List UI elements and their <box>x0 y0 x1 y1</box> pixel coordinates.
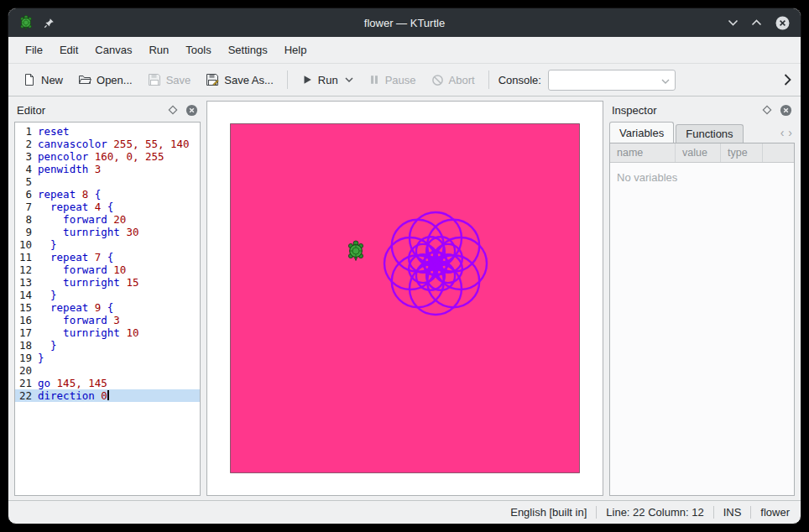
statusbar: English [built in]Line: 22 Column: 12INS… <box>8 500 801 524</box>
code-text: direction 0 <box>38 389 109 402</box>
pin-icon[interactable] <box>44 18 55 29</box>
tab-functions[interactable]: Functions <box>676 124 743 143</box>
code-text: penwidth 3 <box>38 163 101 175</box>
line-number: 11 <box>15 251 38 263</box>
flower-drawing <box>384 212 487 315</box>
code-line-12[interactable]: 12 forward 10 <box>15 263 200 276</box>
menu-item-canvas[interactable]: Canvas <box>86 37 140 63</box>
save-button[interactable]: Save <box>140 69 199 91</box>
new-button[interactable]: New <box>15 69 70 91</box>
pause-icon <box>368 74 380 86</box>
editor-close-icon[interactable] <box>185 104 198 117</box>
menu-item-run[interactable]: Run <box>140 37 177 63</box>
kturtle-window: flower — KTurtle FileEditCanvasRunToolsS… <box>8 8 801 524</box>
tab-variables[interactable]: Variables <box>609 122 674 143</box>
toolbar-separator <box>287 70 288 89</box>
code-line-18[interactable]: 18 } <box>15 339 200 352</box>
code-line-14[interactable]: 14 } <box>15 289 200 301</box>
status-cursor-position: Line: 22 Column: 12 <box>606 506 703 519</box>
open-button[interactable]: Open... <box>70 69 140 91</box>
line-number: 17 <box>15 326 38 339</box>
code-line-16[interactable]: 16 forward 3 <box>15 314 200 326</box>
code-line-19[interactable]: 19} <box>15 352 200 364</box>
menu-item-tools[interactable]: Tools <box>177 37 219 63</box>
maximize-icon[interactable] <box>751 19 762 26</box>
toolbar-separator <box>488 70 489 89</box>
line-number: 2 <box>15 138 38 150</box>
line-number: 15 <box>15 301 38 314</box>
code-line-20[interactable]: 20 <box>15 364 200 377</box>
close-icon[interactable] <box>775 15 791 31</box>
inspector-close-icon[interactable] <box>780 104 792 117</box>
titlebar: flower — KTurtle <box>8 8 801 37</box>
line-number: 4 <box>15 163 38 175</box>
inspector-dock-header: Inspector <box>609 101 795 119</box>
code-line-3[interactable]: 3pencolor 160, 0, 255 <box>15 150 200 163</box>
column-header-value: value <box>676 143 721 162</box>
code-text: pencolor 160, 0, 255 <box>38 150 164 163</box>
status-language: English [built in] <box>510 506 587 519</box>
code-line-5[interactable]: 5 <box>15 175 200 188</box>
code-line-15[interactable]: 15 repeat 9 { <box>15 301 200 314</box>
toolbar-overflow-chevron-icon[interactable] <box>781 74 794 86</box>
console-combobox[interactable] <box>548 70 676 91</box>
console-chevron-down-icon <box>661 72 670 87</box>
save-as-button[interactable]: Save As... <box>198 69 281 91</box>
editor-dock-header: Editor <box>14 101 201 119</box>
code-text: forward 3 <box>38 314 120 326</box>
open-folder-icon <box>78 73 91 86</box>
pause-button[interactable]: Pause <box>361 70 424 91</box>
code-text: repeat 9 { <box>38 301 113 314</box>
code-line-1[interactable]: 1reset <box>15 125 200 138</box>
code-text: go 145, 145 <box>38 377 107 389</box>
line-number: 10 <box>15 238 38 251</box>
column-header-type: type <box>721 143 763 162</box>
code-editor[interactable]: 1reset2canvascolor 255, 55, 1403pencolor… <box>14 122 201 496</box>
abort-button[interactable]: Abort <box>424 70 483 91</box>
pause-label: Pause <box>385 74 416 86</box>
code-line-8[interactable]: 8 forward 20 <box>15 213 200 226</box>
turtle-sprite <box>348 241 363 261</box>
code-line-7[interactable]: 7 repeat 4 { <box>15 201 200 213</box>
line-number: 19 <box>15 352 38 364</box>
code-line-10[interactable]: 10 } <box>15 238 200 251</box>
run-dropdown-chevron-icon[interactable] <box>345 77 353 82</box>
code-line-22[interactable]: 22direction 0 <box>15 389 200 402</box>
code-text: repeat 8 { <box>38 188 101 201</box>
inspector-float-icon[interactable] <box>762 105 772 115</box>
menu-item-edit[interactable]: Edit <box>51 37 86 63</box>
app-turtle-icon <box>18 15 34 30</box>
inspector-empty-message: No variables <box>610 163 794 192</box>
console-label: Console: <box>498 74 541 86</box>
editor-float-icon[interactable] <box>168 105 178 115</box>
code-line-21[interactable]: 21go 145, 145 <box>15 377 200 389</box>
menu-item-settings[interactable]: Settings <box>220 37 276 63</box>
line-number: 5 <box>15 175 38 188</box>
inspector-panel: namevaluetype No variables <box>609 143 795 496</box>
column-header-name: name <box>610 143 676 162</box>
menu-item-help[interactable]: Help <box>276 37 316 63</box>
code-line-9[interactable]: 9 turnright 30 <box>15 226 200 238</box>
code-line-11[interactable]: 11 repeat 7 { <box>15 251 200 263</box>
menubar: FileEditCanvasRunToolsSettingsHelp <box>8 37 801 63</box>
status-insert-mode: INS <box>723 506 742 519</box>
tab-scroll-left-icon[interactable]: ‹ <box>780 126 785 139</box>
line-number: 18 <box>15 339 38 352</box>
minimize-icon[interactable] <box>728 19 739 26</box>
code-text: canvascolor 255, 55, 140 <box>38 138 190 150</box>
menu-item-file[interactable]: File <box>17 37 51 63</box>
code-line-4[interactable]: 4penwidth 3 <box>15 163 200 175</box>
line-number: 1 <box>15 125 38 138</box>
editor-dock-title: Editor <box>17 104 160 117</box>
line-number: 12 <box>15 263 38 276</box>
code-line-13[interactable]: 13 turnright 15 <box>15 276 200 289</box>
code-line-2[interactable]: 2canvascolor 255, 55, 140 <box>15 138 200 150</box>
code-line-17[interactable]: 17 turnright 10 <box>15 326 200 339</box>
run-button[interactable]: Run <box>294 70 361 91</box>
code-text: repeat 7 { <box>38 251 113 263</box>
turtle-canvas <box>230 123 580 473</box>
tab-scroll-right-icon[interactable]: › <box>788 126 792 139</box>
code-text: turnright 10 <box>38 326 138 339</box>
save-as-floppy-icon <box>206 73 219 86</box>
code-line-6[interactable]: 6repeat 8 { <box>15 188 200 201</box>
